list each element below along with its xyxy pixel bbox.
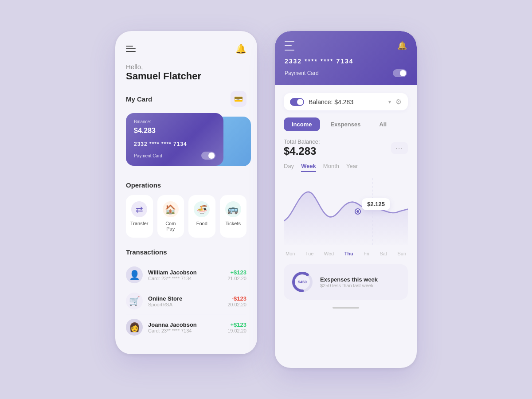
- tab-all[interactable]: All: [371, 117, 395, 131]
- right-card-type: Payment Card: [285, 70, 319, 76]
- chart-area: $2.125: [284, 178, 408, 245]
- tx-date-1: 21.02.20: [227, 276, 246, 281]
- day-mon: Mon: [286, 251, 295, 256]
- day-fri: Fri: [364, 251, 369, 256]
- tickets-icon: 🚌: [225, 201, 241, 217]
- my-card-header: My Card 💳: [126, 91, 246, 107]
- tx-info-2: Online Store SpoortRSA: [148, 295, 222, 307]
- balance-row: Balance: $4.283 ▾ ⚙: [284, 93, 408, 110]
- time-tab-week[interactable]: Week: [301, 163, 316, 172]
- greeting: Hello, Samuel Flatcher: [126, 63, 246, 82]
- operations-section: Operations ⇄ Transfer 🏠 Com Pay 🍜 Food 🚌: [126, 181, 246, 238]
- op-food[interactable]: 🍜 Food: [188, 195, 215, 238]
- tx-name-1: William Jacobson: [148, 269, 222, 276]
- right-card-header: 🔔 2332 **** **** 7134 Payment Card: [275, 31, 417, 85]
- tx-sub-2: SpoortRSA: [148, 302, 222, 307]
- table-row[interactable]: 👤 William Jacobson Card: 23** **** 7134 …: [126, 262, 246, 288]
- tx-sub-3: Card: 23** **** 7134: [148, 328, 222, 333]
- add-card-button[interactable]: 💳: [231, 91, 246, 107]
- op-compay-label: Com Pay: [163, 221, 179, 231]
- tx-amount-2: -$123: [227, 295, 246, 302]
- greeting-name: Samuel Flatcher: [126, 70, 246, 82]
- total-amount: $4.283: [284, 145, 320, 157]
- tx-name-2: Online Store: [148, 295, 222, 302]
- day-sun: Sun: [397, 251, 406, 256]
- chart-tooltip: $2.125: [362, 198, 390, 210]
- day-tue: Tue: [305, 251, 314, 256]
- avatar: 👩: [126, 319, 143, 336]
- op-food-label: Food: [196, 221, 207, 226]
- main-card[interactable]: Balance: $4.283 2332 **** **** 7134 Paym…: [126, 113, 223, 166]
- day-sat: Sat: [379, 251, 387, 256]
- op-transfer-label: Transfer: [130, 221, 149, 226]
- day-thu[interactable]: Thu: [344, 251, 353, 256]
- card-main-toggle[interactable]: [201, 152, 215, 160]
- expenses-sub: $250 less than last week: [320, 283, 378, 288]
- notification-icon[interactable]: 🔔: [235, 43, 246, 54]
- greeting-hello: Hello,: [126, 63, 246, 70]
- menu-button[interactable]: [126, 46, 136, 52]
- tab-expenses[interactable]: Exspenses: [323, 117, 369, 131]
- op-tickets[interactable]: 🚌 Tickets: [220, 195, 247, 238]
- tx-date-2: 20.02.20: [227, 302, 246, 307]
- transactions-header: Transactions: [126, 248, 246, 256]
- total-label: Total Balance:: [284, 138, 320, 145]
- total-balance-row: Total Balance: $4.283 ···: [284, 138, 408, 157]
- card-main-balance-amount: $4.283: [134, 127, 215, 135]
- time-tab-month[interactable]: Month: [323, 163, 339, 172]
- tx-name-3: Joanna Jacobson: [148, 321, 222, 328]
- right-body: Balance: $4.283 ▾ ⚙ Income Exspenses All…: [275, 85, 417, 317]
- avatar: 👤: [126, 266, 143, 283]
- app-container: 🔔 Hello, Samuel Flatcher My Card 💳 Balan…: [80, 4, 452, 395]
- tx-info-3: Joanna Jacobson Card: 23** **** 7134: [148, 321, 222, 333]
- scrollbar: [332, 307, 359, 309]
- card-main-footer: Payment Card: [134, 152, 215, 160]
- right-card-footer: Payment Card: [285, 69, 407, 77]
- tx-right-3: +$123 19.02.20: [227, 321, 246, 333]
- op-compay[interactable]: 🏠 Com Pay: [157, 195, 184, 238]
- transactions-section: Transactions 👤 William Jacobson Card: 23…: [126, 248, 246, 340]
- expenses-info: Exspenses this week $250 less than last …: [320, 276, 378, 288]
- tx-info-1: William Jacobson Card: 23** **** 7134: [148, 269, 222, 281]
- right-card-toggle[interactable]: [393, 69, 407, 77]
- card-main-balance-label: Balance:: [134, 119, 215, 124]
- balance-toggle[interactable]: [290, 98, 304, 106]
- add-card-icon: 💳: [234, 95, 243, 103]
- operations-title: Operations: [126, 181, 161, 189]
- tx-amount-1: +$123: [227, 269, 246, 276]
- more-options-button[interactable]: ···: [391, 142, 408, 154]
- tx-sub-1: Card: 23** **** 7134: [148, 276, 222, 281]
- table-row[interactable]: 🛒 Online Store SpoortRSA -$123 20.02.20: [126, 288, 246, 314]
- compay-icon: 🏠: [163, 201, 179, 217]
- tx-amount-3: +$123: [227, 321, 246, 328]
- time-tab-year[interactable]: Year: [346, 163, 358, 172]
- op-transfer[interactable]: ⇄ Transfer: [126, 195, 153, 238]
- tx-right-1: +$123 21.02.20: [227, 269, 246, 281]
- operations-header: Operations: [126, 181, 246, 189]
- tx-date-3: 19.02.20: [227, 328, 246, 333]
- left-phone: 🔔 Hello, Samuel Flatcher My Card 💳 Balan…: [115, 31, 257, 354]
- expenses-card: $450 Exspenses this week $250 less than …: [284, 264, 408, 300]
- total-balance-info: Total Balance: $4.283: [284, 138, 320, 157]
- table-row[interactable]: 👩 Joanna Jacobson Card: 23** **** 7134 +…: [126, 314, 246, 340]
- time-tab-day[interactable]: Day: [284, 163, 294, 172]
- right-menu-button[interactable]: [285, 41, 294, 51]
- op-tickets-label: Tickets: [226, 221, 241, 226]
- balance-label: Balance: $4.283: [309, 98, 384, 106]
- gear-icon[interactable]: ⚙: [395, 98, 402, 106]
- expenses-title: Exspenses this week: [320, 276, 378, 283]
- donut-chart: $450: [291, 270, 314, 293]
- avatar: 🛒: [126, 293, 143, 309]
- transactions-title: Transactions: [126, 248, 167, 256]
- tab-income[interactable]: Income: [284, 117, 320, 131]
- balance-chevron-icon[interactable]: ▾: [388, 99, 391, 105]
- time-tabs: Day Week Month Year: [284, 163, 408, 172]
- food-icon: 🍜: [194, 201, 210, 217]
- day-wed: Wed: [324, 251, 334, 256]
- right-notification-icon[interactable]: 🔔: [397, 41, 407, 51]
- cards-wrapper: Balance: $4.283 2332 **** **** 7134 Paym…: [126, 113, 246, 171]
- donut-label: $450: [298, 280, 307, 284]
- right-top-bar: 🔔: [285, 41, 407, 51]
- day-labels: Mon Tue Wed Thu Fri Sat Sun: [284, 251, 408, 256]
- right-phone: 🔔 2332 **** **** 7134 Payment Card Balan…: [275, 31, 417, 368]
